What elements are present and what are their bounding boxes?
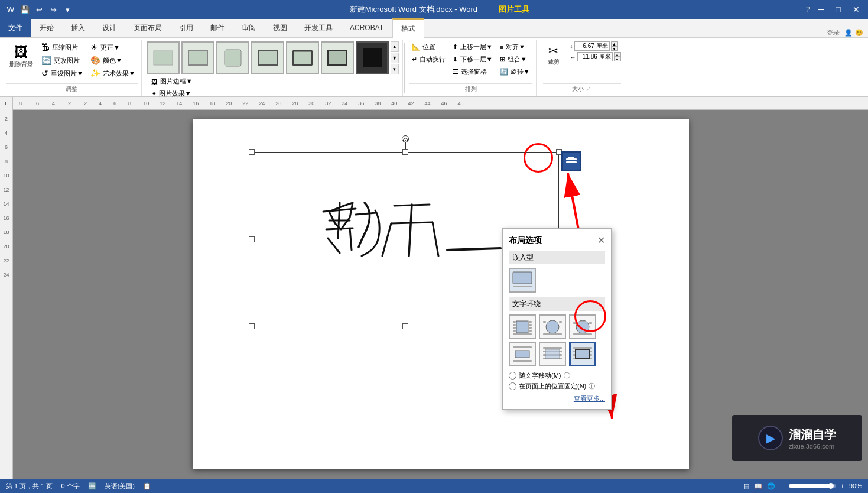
tab-review[interactable]: 审阅 <box>233 18 265 37</box>
style-thumb-6[interactable] <box>321 41 354 74</box>
view-mode-web[interactable]: 🌐 <box>767 482 775 490</box>
radio-m-input[interactable] <box>509 372 516 380</box>
save-btn[interactable]: 💾 <box>19 4 31 15</box>
height-down[interactable]: ▼ <box>611 46 618 51</box>
style-thumb-7[interactable] <box>356 41 389 74</box>
width-down[interactable]: ▼ <box>614 57 621 61</box>
width-up[interactable]: ▲ <box>614 52 621 57</box>
remove-bg-btn[interactable]: 🖼 删除背景 <box>6 41 37 71</box>
tab-view[interactable]: 视图 <box>265 18 296 37</box>
color-btn[interactable]: 🎨 颜色▼ <box>88 54 138 66</box>
scroll-up-btn[interactable]: ▲ <box>391 41 399 52</box>
tab-home[interactable]: 开始 <box>31 18 63 37</box>
zoom-out-btn[interactable]: − <box>780 482 784 489</box>
view-mode-read[interactable]: 📖 <box>754 482 762 490</box>
reset-pic-label: 重设图片▼ <box>51 69 83 78</box>
crop-icon: ✂ <box>548 44 558 58</box>
crop-btn[interactable]: ✂ 裁剪 <box>543 41 564 69</box>
radio-n-input[interactable] <box>509 382 516 390</box>
svg-rect-43 <box>545 349 560 359</box>
svg-rect-25 <box>529 330 532 332</box>
position-btn[interactable]: 📐 位置 <box>409 41 448 53</box>
bring-forward-btn[interactable]: ⬆ 上移一层▼ <box>450 41 495 53</box>
corrections-icon: ☀ <box>90 43 98 52</box>
zoom-slider[interactable] <box>789 484 836 488</box>
login-link[interactable]: 登录 <box>827 28 840 37</box>
see-more-container: 查看更多... <box>509 394 605 403</box>
reset-pic-btn[interactable]: ↺ 重设图片▼ <box>39 67 86 79</box>
group-btn[interactable]: ⊞ 组合▼ <box>498 54 532 65</box>
tab-developer[interactable]: 开发工具 <box>296 18 342 37</box>
scroll-down-btn[interactable]: ▼ <box>391 53 399 63</box>
send-back-label: 下移一层▼ <box>460 55 493 64</box>
height-input[interactable] <box>574 41 610 51</box>
tab-insert[interactable]: 插入 <box>63 18 94 37</box>
layout-tight-btn[interactable] <box>539 314 566 339</box>
send-back-btn[interactable]: ⬇ 下移一层▼ <box>450 54 495 65</box>
rotate-btn[interactable]: 🔄 旋转▼ <box>498 66 532 77</box>
scroll-icon: 📋 <box>143 482 151 490</box>
layout-behind-btn[interactable] <box>539 342 566 366</box>
handle-bl[interactable] <box>249 323 255 329</box>
ruler-corner[interactable]: L <box>0 97 13 110</box>
handle-ml[interactable] <box>249 236 255 242</box>
align-btn[interactable]: ≡ 对齐▼ <box>498 41 532 53</box>
layout-square-btn[interactable] <box>509 314 536 339</box>
ribbon-content: 🖼 删除背景 🗜 压缩图片 🔄 更改图片 ↺ 重设图片▼ <box>0 38 868 97</box>
compress-btn[interactable]: 🗜 压缩图片 <box>39 41 86 53</box>
maximize-btn[interactable]: □ <box>833 4 844 15</box>
square-icon <box>512 317 533 336</box>
tab-layout[interactable]: 页面布局 <box>125 18 171 37</box>
ruler-numbers: 8 6 4 2 2 4 6 8 10 12 14 16 18 20 22 24 … <box>13 97 868 109</box>
bring-forward-label: 上移一层▼ <box>460 43 493 51</box>
radio-n-info[interactable]: ⓘ <box>589 382 595 391</box>
layout-options-btn[interactable] <box>561 151 581 171</box>
minimize-btn[interactable]: ─ <box>815 4 828 15</box>
layout-inline-btn[interactable] <box>509 268 536 293</box>
height-up[interactable]: ▲ <box>611 41 618 46</box>
undo-btn[interactable]: ↩ <box>33 4 45 15</box>
tab-acrobat[interactable]: ACROBAT <box>342 18 392 37</box>
select-pane-btn[interactable]: ☰ 选择窗格 <box>450 66 495 77</box>
svg-rect-18 <box>513 321 516 323</box>
style-thumb-1[interactable] <box>147 41 180 74</box>
size-dialog-btn[interactable]: ↗ <box>586 86 591 92</box>
handle-bc[interactable] <box>402 323 408 329</box>
tab-design[interactable]: 设计 <box>94 18 125 37</box>
style-thumb-4[interactable] <box>251 41 284 74</box>
wrap-text-btn[interactable]: ↵ 自动换行 <box>409 54 448 65</box>
close-btn[interactable]: ✕ <box>849 4 863 15</box>
layout-topbottom-btn[interactable] <box>509 342 536 366</box>
tab-file[interactable]: 文件 <box>0 18 31 37</box>
title-bar-left: W 💾 ↩ ↪ ▾ <box>5 4 73 15</box>
view-mode-print[interactable]: ▤ <box>743 482 749 490</box>
art-effects-btn[interactable]: ✨ 艺术效果▼ <box>88 67 138 79</box>
popup-close-btn[interactable]: ✕ <box>597 235 605 246</box>
layout-through-btn[interactable] <box>569 314 596 339</box>
corrections-btn[interactable]: ☀ 更正▼ <box>88 41 138 53</box>
style-thumb-5[interactable] <box>286 41 319 74</box>
zoom-in-btn[interactable]: + <box>841 482 844 489</box>
see-more-link[interactable]: 查看更多... <box>574 395 605 402</box>
style-thumb-2[interactable] <box>181 41 214 74</box>
tab-mailings[interactable]: 邮件 <box>202 18 233 37</box>
tab-references[interactable]: 引用 <box>171 18 202 37</box>
handle-tc[interactable] <box>402 149 408 155</box>
layout-front-btn[interactable] <box>569 342 596 366</box>
style-thumb-3[interactable] <box>216 41 249 74</box>
tab-format[interactable]: 格式 <box>392 18 424 38</box>
radio-m-info[interactable]: ⓘ <box>564 371 570 380</box>
scroll-expand-btn[interactable]: ▾ <box>391 64 399 74</box>
width-input[interactable] <box>577 52 613 61</box>
handle-tl[interactable] <box>249 149 255 155</box>
pic-border-btn[interactable]: 🖼 图片边框▼ <box>149 76 399 87</box>
rotate-handle[interactable]: ⊙ <box>402 135 409 142</box>
svg-rect-37 <box>513 346 532 348</box>
watermark: ▶ 溜溜自学 zixue.3d66.com <box>732 415 862 461</box>
redo-btn[interactable]: ↪ <box>47 4 59 15</box>
customize-btn[interactable]: ▾ <box>61 4 73 15</box>
change-pic-btn[interactable]: 🔄 更改图片 <box>39 54 86 66</box>
width-spin: ▲ ▼ <box>614 52 621 61</box>
svg-rect-4 <box>293 51 312 65</box>
word-count: 0 个字 <box>61 482 79 491</box>
